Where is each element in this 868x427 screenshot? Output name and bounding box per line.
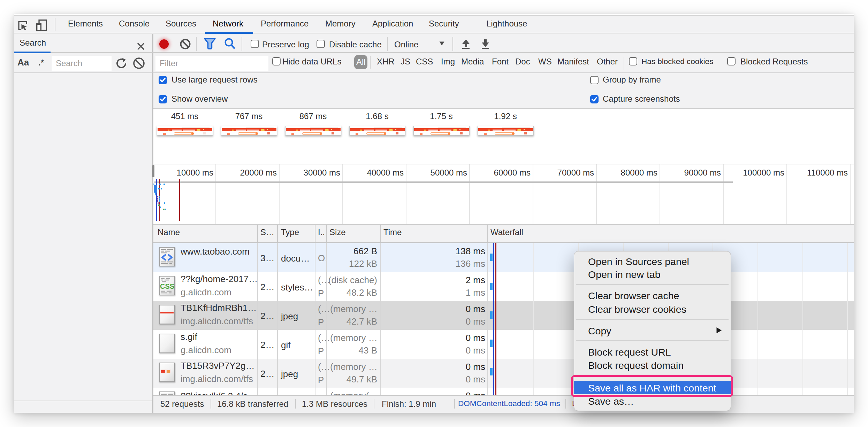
svg-text:CSS: CSS: [160, 282, 174, 290]
